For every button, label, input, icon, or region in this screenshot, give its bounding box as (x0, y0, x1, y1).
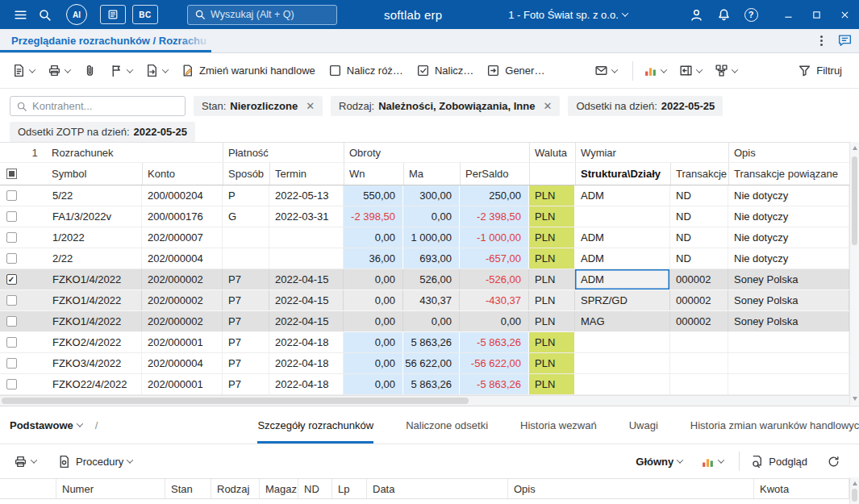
cell-symbol[interactable]: 2/22 (47, 248, 142, 269)
chat-button[interactable] (837, 33, 853, 48)
cell-wn[interactable]: 550,00 (344, 185, 403, 206)
cell-ma[interactable]: 0,00 (403, 311, 460, 331)
row-checkbox[interactable] (0, 374, 23, 394)
cell-konto[interactable]: 202/000004 (142, 353, 223, 373)
bottom-column-lp[interactable]: Lp (332, 479, 367, 498)
cell-symbol[interactable]: 1/2022 (47, 227, 142, 248)
vertical-scrollbar-thumb[interactable] (852, 156, 857, 245)
cell-persaldo[interactable]: -430,37 (460, 290, 529, 310)
cell-konto[interactable]: 202/000002 (142, 311, 223, 331)
cell-symbol[interactable]: 5/22 (47, 185, 142, 206)
layout-selector[interactable]: Główny (636, 456, 682, 468)
cell-opis[interactable] (728, 332, 849, 352)
filter-chip-odsetki-zotp[interactable]: Odsetki ZOTP na dzień: 2022-05-25 (10, 122, 195, 142)
cell-waluta[interactable]: PLN (529, 290, 575, 310)
row-checkbox[interactable] (0, 248, 23, 269)
grid-row[interactable]: 1/2022202/0000070,001 000,00-1 000,00PLN… (0, 227, 849, 248)
row-checkbox[interactable] (0, 269, 23, 289)
cell-persaldo[interactable]: -56 622,00 (460, 353, 529, 373)
close-icon[interactable]: ✕ (306, 101, 315, 111)
cell-persaldo[interactable]: 250,00 (460, 185, 529, 206)
contractor-search-box[interactable] (10, 96, 186, 116)
cell-wn[interactable]: 0,00 (344, 269, 403, 289)
document-properties-button[interactable] (8, 59, 39, 83)
cell-persaldo[interactable]: 0,00 (460, 311, 529, 331)
minimize-button[interactable] (774, 0, 803, 29)
cell-transakcje[interactable]: ND (670, 185, 728, 206)
bottom-view-selector[interactable]: Podstawowe (10, 406, 82, 444)
cell-opis[interactable]: Nie dotyczy (728, 206, 849, 227)
cell-termin[interactable]: 2022-04-15 (269, 269, 344, 289)
grid-row[interactable]: FZKO1/4/2022202/000002P72022-04-150,0043… (0, 290, 849, 311)
filter-chip-odsetki[interactable]: Odsetki na dzień: 2022-05-25 (568, 96, 723, 116)
horizontal-scrollbar-thumb[interactable] (2, 398, 469, 404)
column-header-struktura[interactable]: Struktura\Działy (575, 163, 670, 185)
cell-sposob[interactable]: P7 (223, 374, 269, 394)
cell-sposob[interactable] (223, 227, 269, 248)
bottom-column-magazyn[interactable]: Magaz (260, 479, 298, 498)
user-button[interactable] (684, 0, 708, 29)
row-checkbox[interactable] (0, 206, 23, 227)
cell-transakcje[interactable] (670, 332, 728, 352)
cell-termin[interactable]: 2022-04-15 (269, 311, 344, 331)
grid-row[interactable]: FZKO3/4/2022202/000004P72022-04-180,0056… (0, 353, 849, 374)
bottom-column-opis[interactable]: Opis (508, 479, 754, 498)
bottom-vertical-scrollbar[interactable] (849, 477, 859, 504)
cell-waluta[interactable]: PLN (529, 248, 575, 269)
tab-uwagi[interactable]: Uwagi (629, 406, 658, 444)
cell-opis[interactable] (728, 353, 849, 373)
row-checkbox[interactable] (0, 332, 23, 352)
cell-persaldo[interactable]: -526,00 (460, 269, 529, 289)
cell-symbol[interactable]: FZKO1/4/2022 (47, 290, 142, 310)
cell-persaldo[interactable]: -657,00 (460, 248, 529, 269)
cell-waluta[interactable]: PLN (529, 311, 575, 331)
hamburger-menu-button[interactable] (8, 0, 32, 29)
global-search-box[interactable] (187, 5, 337, 25)
cell-wn[interactable]: 0,00 (344, 290, 403, 310)
cell-transakcje[interactable]: ND (670, 248, 728, 269)
column-header-termin[interactable]: Termin (269, 163, 344, 185)
workflow-button[interactable] (711, 59, 741, 83)
column-header-wn[interactable]: Wn (344, 163, 403, 185)
cell-symbol[interactable]: FZKO3/4/2022 (47, 353, 142, 373)
calc-differences-button[interactable]: Nalicz róż… (324, 59, 407, 83)
procedures-button[interactable]: Procedury (53, 449, 136, 473)
column-header-konto[interactable]: Konto (142, 163, 223, 185)
generate-button[interactable]: Gener… (482, 59, 548, 83)
grid-row[interactable]: FA1/3/2022v200/000176G2022-03-31-2 398,5… (0, 206, 849, 227)
tab-historia-zmian-warunkow[interactable]: Historia zmian warunków handlowych (690, 406, 859, 444)
ai-assistant-button[interactable]: AI (66, 4, 87, 25)
select-all-cell[interactable] (0, 163, 23, 185)
grid-row[interactable]: 2/22202/00000436,00693,00-657,00PLNADMND… (0, 248, 849, 269)
cell-konto[interactable]: 202/000004 (142, 248, 223, 269)
cell-transakcje[interactable] (670, 353, 728, 373)
grid-row[interactable]: FZKO2/4/2022202/000001P72022-04-180,005 … (0, 332, 849, 353)
tab-szczegoly-rozrachunkow[interactable]: Szczegóły rozrachunków (257, 406, 373, 444)
bottom-column-kwota[interactable]: Kwota (754, 479, 849, 498)
bottom-vertical-scrollbar-thumb[interactable] (852, 489, 857, 502)
maximize-button[interactable] (803, 0, 831, 29)
cell-wn[interactable]: -2 398,50 (344, 206, 403, 227)
column-header-ma[interactable]: Ma (403, 163, 460, 185)
column-header-transakcje-powiazane[interactable]: Transakcje powiązane (728, 163, 849, 185)
cell-ma[interactable]: 5 863,26 (403, 374, 460, 394)
cell-transakcje[interactable] (670, 374, 728, 394)
cell-opis[interactable]: Nie dotyczy (728, 227, 849, 248)
print-button[interactable] (44, 59, 74, 83)
cell-transakcje[interactable]: 000002 (670, 290, 728, 310)
global-search-input[interactable] (211, 9, 315, 20)
row-checkbox[interactable] (0, 353, 23, 373)
column-header-symbol[interactable]: Symbol (47, 163, 142, 185)
refresh-button[interactable] (823, 449, 844, 473)
cell-persaldo[interactable]: -2 398,50 (460, 206, 529, 227)
mail-button[interactable] (590, 59, 621, 83)
chart-button[interactable] (640, 59, 670, 83)
cell-konto[interactable]: 202/000002 (142, 290, 223, 310)
cell-struktura[interactable] (575, 353, 670, 373)
cell-struktura[interactable]: SPRZ/GD (575, 290, 670, 310)
cell-transakcje[interactable]: 000002 (670, 311, 728, 331)
cell-symbol[interactable]: FA1/3/2022v (47, 206, 142, 227)
cell-sposob[interactable]: G (223, 206, 269, 227)
change-terms-button[interactable]: Zmień warunki handlowe (177, 59, 319, 83)
cell-symbol[interactable]: FZKO22/4/2022 (47, 374, 142, 394)
